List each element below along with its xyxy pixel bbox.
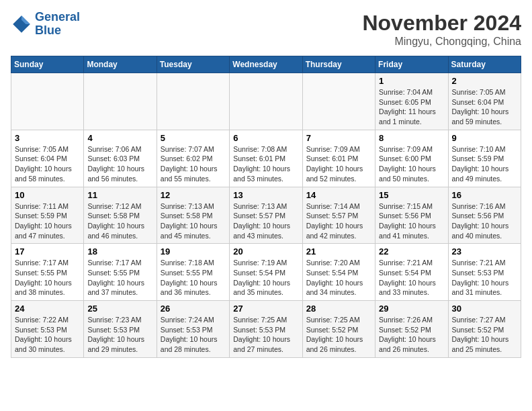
day-number: 13: [233, 190, 298, 200]
day-info: Sunrise: 7:18 AM Sunset: 5:55 PM Dayligh…: [161, 258, 226, 298]
day-info: Sunrise: 7:08 AM Sunset: 6:01 PM Dayligh…: [233, 144, 298, 184]
day-number: 26: [161, 304, 226, 314]
day-number: 9: [452, 133, 517, 143]
day-info: Sunrise: 7:25 AM Sunset: 5:52 PM Dayligh…: [306, 315, 371, 355]
day-number: 28: [306, 304, 371, 314]
day-info: Sunrise: 7:17 AM Sunset: 5:55 PM Dayligh…: [15, 258, 80, 298]
day-number: 30: [452, 304, 517, 314]
calendar-cell: 5Sunrise: 7:07 AM Sunset: 6:02 PM Daylig…: [157, 130, 229, 187]
day-info: Sunrise: 7:17 AM Sunset: 5:55 PM Dayligh…: [87, 258, 152, 298]
day-number: 10: [15, 190, 80, 200]
day-number: 8: [379, 133, 444, 143]
day-number: 16: [452, 190, 517, 200]
day-number: 1: [379, 76, 444, 86]
day-number: 20: [233, 246, 298, 257]
day-info: Sunrise: 7:16 AM Sunset: 5:56 PM Dayligh…: [452, 201, 517, 241]
calendar-week-row: 3Sunrise: 7:05 AM Sunset: 6:04 PM Daylig…: [11, 130, 521, 187]
calendar-cell: 27Sunrise: 7:25 AM Sunset: 5:53 PM Dayli…: [230, 301, 302, 358]
weekday-header: Saturday: [448, 56, 521, 73]
calendar-cell: 2Sunrise: 7:05 AM Sunset: 6:04 PM Daylig…: [448, 73, 521, 130]
calendar-cell: 16Sunrise: 7:16 AM Sunset: 5:56 PM Dayli…: [448, 187, 521, 244]
calendar-cell: 15Sunrise: 7:15 AM Sunset: 5:56 PM Dayli…: [375, 187, 448, 244]
day-number: 19: [161, 246, 226, 257]
day-info: Sunrise: 7:22 AM Sunset: 5:53 PM Dayligh…: [15, 315, 80, 355]
day-info: Sunrise: 7:12 AM Sunset: 5:58 PM Dayligh…: [87, 201, 152, 241]
calendar-cell: 20Sunrise: 7:19 AM Sunset: 5:54 PM Dayli…: [230, 244, 302, 301]
logo: General Blue: [11, 11, 80, 38]
logo-icon: [11, 13, 32, 35]
day-info: Sunrise: 7:27 AM Sunset: 5:52 PM Dayligh…: [452, 315, 517, 355]
calendar-cell: 25Sunrise: 7:23 AM Sunset: 5:53 PM Dayli…: [84, 301, 157, 358]
calendar-cell: 1Sunrise: 7:04 AM Sunset: 6:05 PM Daylig…: [375, 73, 448, 130]
calendar-cell: [230, 73, 302, 130]
calendar-cell: 19Sunrise: 7:18 AM Sunset: 5:55 PM Dayli…: [157, 244, 229, 301]
calendar-cell: 11Sunrise: 7:12 AM Sunset: 5:58 PM Dayli…: [84, 187, 157, 244]
calendar-cell: [11, 73, 84, 130]
weekday-header: Wednesday: [230, 56, 302, 73]
day-info: Sunrise: 7:23 AM Sunset: 5:53 PM Dayligh…: [87, 315, 152, 355]
calendar-cell: 24Sunrise: 7:22 AM Sunset: 5:53 PM Dayli…: [11, 301, 84, 358]
day-info: Sunrise: 7:19 AM Sunset: 5:54 PM Dayligh…: [233, 258, 298, 298]
calendar-cell: 28Sunrise: 7:25 AM Sunset: 5:52 PM Dayli…: [302, 301, 375, 358]
calendar-cell: 13Sunrise: 7:13 AM Sunset: 5:57 PM Dayli…: [230, 187, 302, 244]
calendar-week-row: 24Sunrise: 7:22 AM Sunset: 5:53 PM Dayli…: [11, 301, 521, 358]
day-info: Sunrise: 7:13 AM Sunset: 5:58 PM Dayligh…: [161, 201, 226, 241]
day-info: Sunrise: 7:20 AM Sunset: 5:54 PM Dayligh…: [306, 258, 371, 298]
logo-text: General Blue: [35, 11, 80, 38]
calendar-week-row: 1Sunrise: 7:04 AM Sunset: 6:05 PM Daylig…: [11, 73, 521, 130]
calendar-cell: [157, 73, 229, 130]
calendar-cell: 18Sunrise: 7:17 AM Sunset: 5:55 PM Dayli…: [84, 244, 157, 301]
weekday-header: Friday: [375, 56, 448, 73]
weekday-header: Tuesday: [157, 56, 229, 73]
day-info: Sunrise: 7:15 AM Sunset: 5:56 PM Dayligh…: [379, 201, 444, 241]
day-number: 14: [306, 190, 371, 200]
day-number: 29: [379, 304, 444, 314]
day-number: 17: [15, 246, 80, 257]
calendar-cell: 4Sunrise: 7:06 AM Sunset: 6:03 PM Daylig…: [84, 130, 157, 187]
calendar-cell: 29Sunrise: 7:26 AM Sunset: 5:52 PM Dayli…: [375, 301, 448, 358]
day-number: 24: [15, 304, 80, 314]
calendar-cell: 9Sunrise: 7:10 AM Sunset: 5:59 PM Daylig…: [448, 130, 521, 187]
day-number: 3: [15, 133, 80, 143]
calendar-week-row: 10Sunrise: 7:11 AM Sunset: 5:59 PM Dayli…: [11, 187, 521, 244]
day-number: 21: [306, 246, 371, 257]
day-info: Sunrise: 7:10 AM Sunset: 5:59 PM Dayligh…: [452, 144, 517, 184]
day-info: Sunrise: 7:07 AM Sunset: 6:02 PM Dayligh…: [161, 144, 226, 184]
weekday-header: Thursday: [302, 56, 375, 73]
weekday-header: Monday: [84, 56, 157, 73]
day-number: 4: [87, 133, 152, 143]
calendar-cell: [302, 73, 375, 130]
calendar-cell: 7Sunrise: 7:09 AM Sunset: 6:01 PM Daylig…: [302, 130, 375, 187]
location: Mingyu, Chongqing, China: [362, 36, 521, 48]
month-title: November 2024: [362, 11, 521, 36]
calendar-week-row: 17Sunrise: 7:17 AM Sunset: 5:55 PM Dayli…: [11, 244, 521, 301]
calendar-cell: 6Sunrise: 7:08 AM Sunset: 6:01 PM Daylig…: [230, 130, 302, 187]
calendar-cell: 10Sunrise: 7:11 AM Sunset: 5:59 PM Dayli…: [11, 187, 84, 244]
calendar-cell: 8Sunrise: 7:09 AM Sunset: 6:00 PM Daylig…: [375, 130, 448, 187]
day-info: Sunrise: 7:13 AM Sunset: 5:57 PM Dayligh…: [233, 201, 298, 241]
calendar-cell: [84, 73, 157, 130]
day-info: Sunrise: 7:14 AM Sunset: 5:57 PM Dayligh…: [306, 201, 371, 241]
day-info: Sunrise: 7:05 AM Sunset: 6:04 PM Dayligh…: [452, 87, 517, 127]
day-info: Sunrise: 7:25 AM Sunset: 5:53 PM Dayligh…: [233, 315, 298, 355]
day-info: Sunrise: 7:09 AM Sunset: 6:00 PM Dayligh…: [379, 144, 444, 184]
day-info: Sunrise: 7:05 AM Sunset: 6:04 PM Dayligh…: [15, 144, 80, 184]
calendar-cell: 12Sunrise: 7:13 AM Sunset: 5:58 PM Dayli…: [157, 187, 229, 244]
day-number: 22: [379, 246, 444, 257]
calendar-cell: 23Sunrise: 7:21 AM Sunset: 5:53 PM Dayli…: [448, 244, 521, 301]
day-number: 15: [379, 190, 444, 200]
page-header: General Blue November 2024 Mingyu, Chong…: [11, 11, 521, 48]
day-number: 2: [452, 76, 517, 86]
calendar-cell: 14Sunrise: 7:14 AM Sunset: 5:57 PM Dayli…: [302, 187, 375, 244]
calendar-cell: 22Sunrise: 7:21 AM Sunset: 5:54 PM Dayli…: [375, 244, 448, 301]
day-number: 11: [87, 190, 152, 200]
calendar-cell: 26Sunrise: 7:24 AM Sunset: 5:53 PM Dayli…: [157, 301, 229, 358]
day-number: 12: [161, 190, 226, 200]
calendar-cell: 17Sunrise: 7:17 AM Sunset: 5:55 PM Dayli…: [11, 244, 84, 301]
calendar-table: SundayMondayTuesdayWednesdayThursdayFrid…: [11, 56, 521, 358]
day-number: 7: [306, 133, 371, 143]
day-number: 23: [452, 246, 517, 257]
day-number: 5: [161, 133, 226, 143]
day-number: 27: [233, 304, 298, 314]
day-info: Sunrise: 7:04 AM Sunset: 6:05 PM Dayligh…: [379, 87, 444, 127]
